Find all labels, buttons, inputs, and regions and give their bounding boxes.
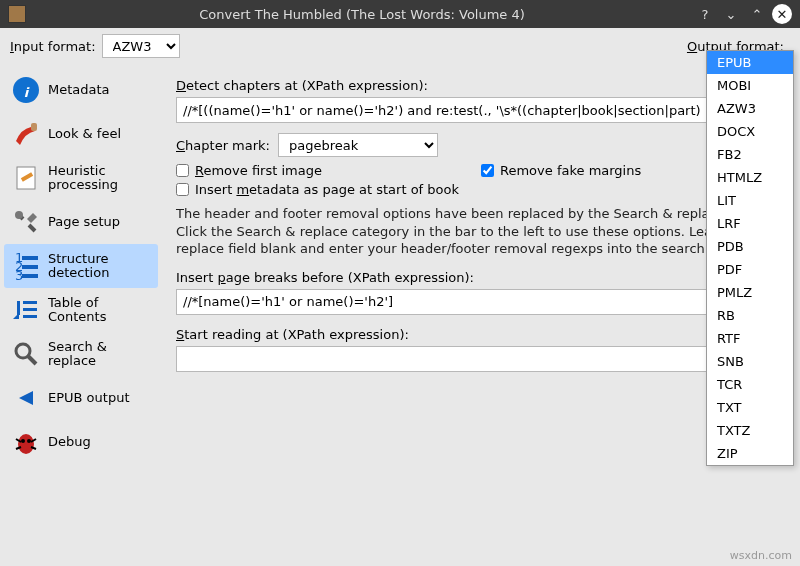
- dropdown-option-lit[interactable]: LIT: [707, 189, 793, 212]
- insert-page-breaks-input[interactable]: [176, 289, 786, 315]
- svg-rect-11: [22, 274, 38, 278]
- close-button[interactable]: ✕: [772, 4, 792, 24]
- chapter-mark-label: Chapter mark:: [176, 138, 270, 153]
- remove-fake-margins-label: Remove fake margins: [500, 163, 641, 178]
- dropdown-option-azw3[interactable]: AZW3: [707, 97, 793, 120]
- svg-point-18: [18, 434, 34, 454]
- sidebar-item-page-setup[interactable]: Page setup: [4, 200, 158, 244]
- content-panel: Detect chapters at (XPath expression): C…: [162, 64, 800, 566]
- minimize-button[interactable]: ⌄: [720, 3, 742, 25]
- sidebar-item-label: Debug: [48, 435, 91, 449]
- dropdown-option-fb2[interactable]: FB2: [707, 143, 793, 166]
- sidebar-item-search-replace[interactable]: Search & replace: [4, 332, 158, 376]
- svg-rect-9: [22, 265, 38, 269]
- main-area: i Metadata Look & feel Heuristic process…: [0, 64, 800, 566]
- output-format-dropdown[interactable]: EPUB MOBI AZW3 DOCX FB2 HTMLZ LIT LRF PD…: [706, 50, 794, 466]
- insert-metadata-label: Insert metadata as page at start of book: [195, 182, 459, 197]
- svg-rect-14: [23, 315, 37, 318]
- dropdown-option-snb[interactable]: SNB: [707, 350, 793, 373]
- input-format-select[interactable]: AZW3: [102, 34, 180, 58]
- svg-point-19: [21, 439, 25, 443]
- dropdown-option-tcr[interactable]: TCR: [707, 373, 793, 396]
- svg-point-16: [16, 344, 30, 358]
- svg-rect-15: [17, 301, 20, 315]
- search-icon: [10, 338, 42, 370]
- sidebar-item-look-feel[interactable]: Look & feel: [4, 112, 158, 156]
- sidebar-item-label: Search & replace: [48, 340, 152, 369]
- input-format-label: Input format:: [10, 39, 96, 54]
- remove-fake-margins-checkbox[interactable]: [481, 164, 494, 177]
- sidebar-item-label: Look & feel: [48, 127, 121, 141]
- insert-page-breaks-label: Insert page breaks before (XPath express…: [176, 270, 786, 285]
- bug-icon: [10, 426, 42, 458]
- document-edit-icon: [10, 162, 42, 194]
- dropdown-option-txt[interactable]: TXT: [707, 396, 793, 419]
- dropdown-option-rb[interactable]: RB: [707, 304, 793, 327]
- svg-rect-13: [23, 308, 37, 311]
- chapter-mark-select[interactable]: pagebreak: [278, 133, 438, 157]
- insert-metadata-checkbox[interactable]: [176, 183, 189, 196]
- maximize-button[interactable]: ⌃: [746, 3, 768, 25]
- sidebar-item-label: EPUB output: [48, 391, 130, 405]
- window-title: Convert The Humbled (The Lost Words: Vol…: [34, 7, 690, 22]
- tools-icon: [10, 206, 42, 238]
- svg-rect-7: [22, 256, 38, 260]
- sidebar-item-toc[interactable]: Table of Contents: [4, 288, 158, 332]
- remove-first-image-checkbox[interactable]: [176, 164, 189, 177]
- dropdown-option-docx[interactable]: DOCX: [707, 120, 793, 143]
- sidebar-item-label: Table of Contents: [48, 296, 152, 325]
- help-text: The header and footer removal options ha…: [176, 205, 786, 258]
- svg-point-5: [15, 211, 23, 219]
- dropdown-option-epub[interactable]: EPUB: [707, 51, 793, 74]
- arrow-left-icon: [10, 382, 42, 414]
- svg-rect-12: [23, 301, 37, 304]
- dropdown-option-txtz[interactable]: TXTZ: [707, 419, 793, 442]
- sidebar-item-label: Metadata: [48, 83, 110, 97]
- dropdown-option-lrf[interactable]: LRF: [707, 212, 793, 235]
- svg-line-17: [28, 356, 36, 364]
- sidebar-item-label: Heuristic processing: [48, 164, 152, 193]
- dropdown-option-htmlz[interactable]: HTMLZ: [707, 166, 793, 189]
- sidebar-item-metadata[interactable]: i Metadata: [4, 68, 158, 112]
- dropdown-option-mobi[interactable]: MOBI: [707, 74, 793, 97]
- start-reading-input[interactable]: [176, 346, 786, 372]
- sidebar-item-label: Structure detection: [48, 252, 152, 281]
- sidebar-item-epub-output[interactable]: EPUB output: [4, 376, 158, 420]
- dropdown-option-zip[interactable]: ZIP: [707, 442, 793, 465]
- svg-rect-2: [31, 123, 37, 131]
- dropdown-option-pmlz[interactable]: PMLZ: [707, 281, 793, 304]
- toc-icon: [10, 294, 42, 326]
- format-bar: Input format: AZW3 Output format:: [0, 28, 800, 64]
- detect-chapters-label: Detect chapters at (XPath expression):: [176, 78, 786, 93]
- sidebar-item-heuristic[interactable]: Heuristic processing: [4, 156, 158, 200]
- watermark: wsxdn.com: [730, 549, 792, 562]
- app-icon: [8, 5, 26, 23]
- sidebar-item-label: Page setup: [48, 215, 120, 229]
- dropdown-option-rtf[interactable]: RTF: [707, 327, 793, 350]
- info-icon: i: [10, 74, 42, 106]
- brush-icon: [10, 118, 42, 150]
- sidebar-item-structure-detection[interactable]: 123 Structure detection: [4, 244, 158, 288]
- titlebar: Convert The Humbled (The Lost Words: Vol…: [0, 0, 800, 28]
- sidebar: i Metadata Look & feel Heuristic process…: [0, 64, 162, 566]
- start-reading-label: Start reading at (XPath expression):: [176, 327, 786, 342]
- dropdown-option-pdb[interactable]: PDB: [707, 235, 793, 258]
- help-button[interactable]: ?: [694, 3, 716, 25]
- remove-first-image-label: Remove first image: [195, 163, 322, 178]
- dropdown-option-pdf[interactable]: PDF: [707, 258, 793, 281]
- list-icon: 123: [10, 250, 42, 282]
- svg-point-20: [27, 439, 31, 443]
- detect-chapters-input[interactable]: [176, 97, 786, 123]
- sidebar-item-debug[interactable]: Debug: [4, 420, 158, 464]
